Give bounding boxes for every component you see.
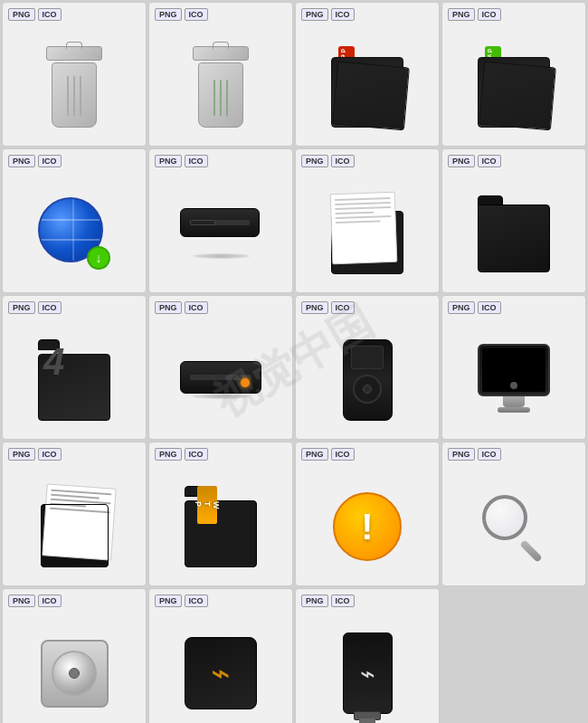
badge-ico[interactable]: ICO <box>185 8 208 21</box>
badge-png[interactable]: PNG <box>448 301 475 314</box>
usb-symbol: ⌁ <box>211 654 231 692</box>
badge-png[interactable]: PNG <box>448 448 475 461</box>
icon-area <box>446 182 582 285</box>
badge-png[interactable]: PNG <box>155 8 182 21</box>
disk-drive-icon <box>41 640 109 708</box>
cell-usb-device: PNG ICO ⌁ <box>295 588 440 723</box>
badge-ico[interactable]: ICO <box>478 8 501 21</box>
badges-usb-device: PNG ICO <box>301 595 355 607</box>
cell-folder-desk: PNG ICO d e s k <box>295 2 440 147</box>
badge-ico[interactable]: ICO <box>478 301 501 314</box>
badge-png[interactable]: PNG <box>155 448 182 461</box>
badge-ico[interactable]: ICO <box>331 301 355 314</box>
icon-area <box>446 475 582 578</box>
badges-trash-full: PNG ICO <box>155 8 208 21</box>
badges-globe: PNG ICO <box>8 155 62 167</box>
icon-area: ⌁ <box>153 622 289 723</box>
badge-png[interactable]: PNG <box>301 595 328 607</box>
trash-empty-icon <box>43 46 106 128</box>
folder-open-lines-icon <box>331 193 403 274</box>
badge-png[interactable]: PNG <box>8 301 35 314</box>
folder-num4-icon: 4 <box>38 339 110 421</box>
doc-folder-icon <box>41 486 109 567</box>
cell-monitor: PNG ICO <box>441 295 586 440</box>
badge-png[interactable]: PNG <box>301 301 328 314</box>
badge-png[interactable]: PNG <box>8 155 35 167</box>
wip-tag-text: WTP <box>194 501 221 509</box>
badge-png[interactable]: PNG <box>155 301 182 314</box>
badges-trash-empty: PNG ICO <box>8 8 62 21</box>
badge-png[interactable]: PNG <box>301 448 328 461</box>
folder-dwid-icon: d w i d <box>478 46 550 128</box>
icon-area: ↓ <box>6 182 142 285</box>
badge-png[interactable]: PNG <box>8 595 35 607</box>
cell-folder-dwid: PNG ICO d w i d <box>441 2 586 147</box>
icon-area: d e s k <box>299 35 435 138</box>
badge-ico[interactable]: ICO <box>185 595 208 607</box>
icon-area <box>6 35 142 138</box>
badges-magnifier: PNG ICO <box>448 448 501 461</box>
globe-download-icon: ↓ <box>38 197 110 270</box>
badge-png[interactable]: PNG <box>155 595 182 607</box>
icon-area <box>153 182 289 285</box>
badges-num4: PNG ICO <box>8 301 62 314</box>
badge-ico[interactable]: ICO <box>185 301 208 314</box>
badge-ico[interactable]: ICO <box>185 448 208 461</box>
cell-hdd-orange: PNG ICO <box>148 295 293 440</box>
icon-area <box>153 35 289 138</box>
hdd-orange-icon <box>180 361 261 399</box>
cell-usb-box: PNG ICO ⌁ <box>148 588 293 723</box>
badge-ico[interactable]: ICO <box>478 155 501 167</box>
icon-area: ! <box>299 475 435 578</box>
badges-folder-black: PNG ICO <box>448 155 501 167</box>
badge-ico[interactable]: ICO <box>185 155 208 167</box>
badge-ico[interactable]: ICO <box>331 595 355 607</box>
badges-usb-box: PNG ICO <box>155 595 208 607</box>
cell-ipod: PNG ICO <box>295 295 440 440</box>
badges-doc-folder: PNG ICO <box>8 448 62 461</box>
badge-png[interactable]: PNG <box>8 448 35 461</box>
icon-area <box>6 622 142 723</box>
icon-area: WTP <box>153 475 289 578</box>
badges-folder-open: PNG ICO <box>301 155 355 167</box>
badges-warning: PNG ICO <box>301 448 355 461</box>
badge-ico[interactable]: ICO <box>38 448 62 461</box>
wip-folder-icon: WTP <box>185 486 257 567</box>
icon-area <box>153 328 289 432</box>
icon-area: ⌁ <box>299 622 435 723</box>
badge-ico[interactable]: ICO <box>331 8 355 21</box>
badge-ico[interactable]: ICO <box>38 155 62 167</box>
icon-area <box>446 328 582 432</box>
badge-ico[interactable]: ICO <box>331 155 355 167</box>
cell-trash-full: PNG ICO <box>148 2 293 147</box>
badges-monitor: PNG ICO <box>448 301 501 314</box>
badge-ico[interactable]: ICO <box>331 448 355 461</box>
cell-doc-folder: PNG ICO <box>2 442 147 586</box>
badge-png[interactable]: PNG <box>155 155 182 167</box>
icon-area <box>6 475 142 578</box>
monitor-icon <box>476 344 553 416</box>
hdd-slim-icon <box>180 208 261 259</box>
icon-area <box>299 182 435 285</box>
usb-sym: ⌁ <box>360 659 375 689</box>
cell-folder-black-closed: PNG ICO <box>441 148 586 293</box>
cell-folder-num4: PNG ICO 4 <box>2 295 147 440</box>
badge-ico[interactable]: ICO <box>38 595 62 607</box>
warning-icon: ! <box>333 492 402 561</box>
cell-wip-folder: PNG ICO WTP <box>148 442 293 586</box>
badge-png[interactable]: PNG <box>448 8 475 21</box>
badge-ico[interactable]: ICO <box>38 8 62 21</box>
badge-png[interactable]: PNG <box>448 155 475 167</box>
badges-ipod: PNG ICO <box>301 301 355 314</box>
badges-hdd-orange: PNG ICO <box>155 301 208 314</box>
badge-ico[interactable]: ICO <box>478 448 501 461</box>
ipod-icon <box>343 339 393 421</box>
badges-hdd: PNG ICO <box>155 155 208 167</box>
icon-area: d w i d <box>446 35 582 138</box>
icon-grid: PNG ICO PNG ICO <box>0 0 588 723</box>
icon-area <box>299 328 435 432</box>
badge-png[interactable]: PNG <box>301 155 328 167</box>
badge-png[interactable]: PNG <box>301 8 328 21</box>
badge-png[interactable]: PNG <box>8 8 35 21</box>
badge-ico[interactable]: ICO <box>38 301 62 314</box>
